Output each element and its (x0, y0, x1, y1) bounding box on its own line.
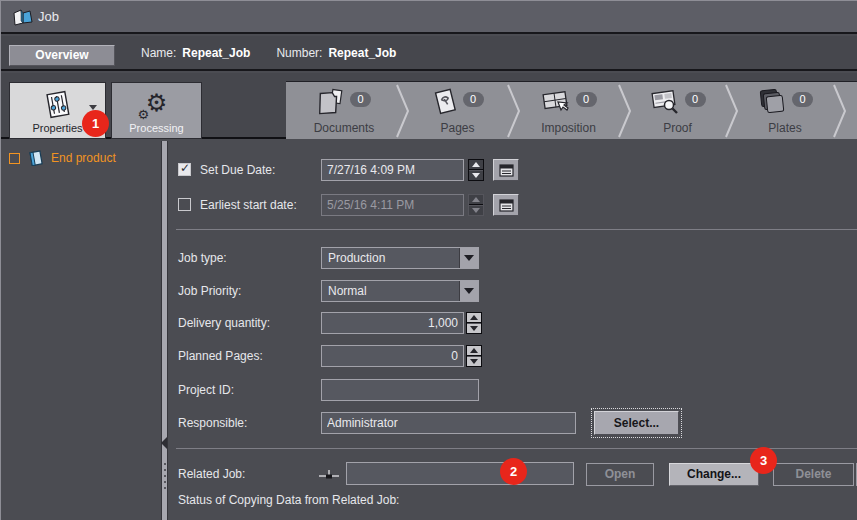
spinner-down-icon[interactable] (467, 356, 481, 366)
spinner-down-icon (469, 205, 483, 215)
job-priority-label: Job Priority: (178, 280, 241, 302)
job-type-dropdown[interactable]: Production (321, 247, 479, 269)
documents-label: Documents (314, 121, 375, 135)
toolbar: Properties ⚙⚙ Processing 0 Documents (1, 73, 857, 139)
end-product-label: End product (51, 151, 116, 165)
name-value: Repeat_Job (182, 46, 250, 60)
plates-count-badge: 0 (792, 92, 813, 107)
delivery-quantity-spinner[interactable] (466, 312, 482, 334)
end-product-icon (27, 150, 44, 166)
delete-button[interactable]: Delete (773, 463, 854, 486)
spinner-up-icon[interactable] (469, 160, 483, 170)
dropdown-arrow-icon[interactable] (459, 281, 478, 301)
open-button[interactable]: Open (586, 463, 654, 486)
section-divider (176, 229, 857, 230)
imposition-label: Imposition (541, 121, 596, 135)
workflow-step-documents[interactable]: 0 Documents (286, 82, 402, 139)
spinner-down-icon[interactable] (469, 170, 483, 180)
end-product-checkbox[interactable] (9, 153, 20, 164)
job-type-label: Job type: (178, 247, 227, 269)
delivery-quantity-input[interactable] (321, 312, 464, 334)
workflow-step-pages[interactable]: 0 Pages (402, 82, 513, 139)
product-tree-sidebar: End product (1, 141, 161, 520)
dropdown-arrow-icon[interactable] (459, 248, 478, 268)
name-label: Name: (141, 46, 176, 60)
project-id-input[interactable] (321, 379, 479, 401)
callout-1: 1 (82, 110, 109, 137)
pages-label: Pages (440, 121, 474, 135)
imposition-icon (541, 88, 571, 116)
tree-item-end-product[interactable]: End product (9, 150, 116, 166)
calendar-icon (499, 199, 514, 212)
imposition-count-badge: 0 (576, 92, 597, 107)
spinner-down-icon[interactable] (467, 323, 481, 333)
earliest-start-label: Earliest start date: (200, 194, 297, 216)
planned-pages-spinner[interactable] (466, 345, 482, 367)
workflow-step-proof[interactable]: 0 Proof (624, 82, 731, 139)
spinner-up-icon[interactable] (467, 313, 481, 323)
select-button[interactable]: Select... (594, 411, 679, 435)
callout-3: 3 (750, 447, 777, 474)
number-value: Repeat_Job (328, 46, 396, 60)
workflow-step-plates[interactable]: 0 Plates (731, 82, 839, 139)
earliest-start-picker-button[interactable] (493, 194, 519, 216)
callout-2: 2 (500, 458, 527, 485)
overview-button[interactable]: Overview (9, 45, 115, 66)
set-due-date-label: Set Due Date: (200, 159, 275, 181)
plates-label: Plates (768, 121, 801, 135)
workflow-step-imposition[interactable]: 0 Imposition (513, 82, 624, 139)
calendar-icon (499, 164, 514, 177)
job-priority-value: Normal (322, 281, 459, 301)
set-due-date-input[interactable] (321, 159, 464, 181)
content-area: End product ✓ Set Due Date: (1, 141, 857, 520)
responsible-label: Responsible: (178, 412, 247, 434)
earliest-start-input (321, 194, 464, 216)
splitter-grip (164, 463, 166, 489)
planned-pages-label: Planned Pages: (178, 345, 263, 367)
job-icon (13, 9, 33, 26)
earliest-start-spinner (468, 194, 484, 216)
job-priority-dropdown[interactable]: Normal (321, 280, 479, 302)
title-bar: Job (1, 1, 857, 34)
job-type-value: Production (322, 248, 459, 268)
sliders-icon (41, 89, 75, 121)
spinner-up-icon[interactable] (467, 346, 481, 356)
plates-icon (757, 88, 787, 116)
link-icon (318, 468, 340, 481)
delivery-quantity-label: Delivery quantity: (178, 312, 270, 334)
job-meta: Name: Repeat_Job Number: Repeat_Job (141, 36, 396, 69)
documents-icon (317, 88, 345, 116)
planned-pages-input[interactable] (321, 345, 464, 367)
header-bar: Overview Name: Repeat_Job Number: Repeat… (1, 36, 857, 71)
spinner-up-icon (469, 195, 483, 205)
number-label: Number: (276, 46, 322, 60)
related-job-label: Related Job: (178, 463, 245, 485)
set-due-date-spinner[interactable] (468, 159, 484, 181)
project-id-label: Project ID: (178, 379, 234, 401)
pages-count-badge: 0 (463, 92, 484, 107)
workflow-strip: 0 Documents 0 Pages (286, 81, 857, 139)
job-window: Job Overview Name: Repeat_Job Number: Re… (0, 0, 857, 520)
related-job-input[interactable] (346, 462, 574, 485)
chevron-separator (832, 82, 848, 139)
proof-icon (650, 88, 680, 116)
gears-icon: ⚙⚙ (146, 85, 168, 121)
collapse-arrow-icon[interactable] (161, 437, 167, 449)
copy-status-label: Status of Copying Data from Related Job: (178, 493, 399, 507)
earliest-start-checkbox[interactable] (178, 198, 191, 211)
splitter-handle[interactable] (161, 141, 168, 520)
properties-label: Properties (32, 122, 82, 134)
set-due-date-picker-button[interactable] (493, 159, 519, 181)
proof-label: Proof (663, 121, 692, 135)
responsible-input[interactable] (321, 412, 576, 434)
documents-count-badge: 0 (350, 92, 371, 107)
change-button[interactable]: Change... (669, 463, 759, 486)
pages-icon (432, 88, 458, 116)
window-title: Job (38, 1, 59, 32)
processing-label: Processing (129, 122, 183, 134)
proof-count-badge: 0 (685, 92, 706, 107)
processing-button[interactable]: ⚙⚙ Processing (111, 82, 202, 139)
set-due-date-checkbox[interactable]: ✓ (178, 163, 191, 176)
